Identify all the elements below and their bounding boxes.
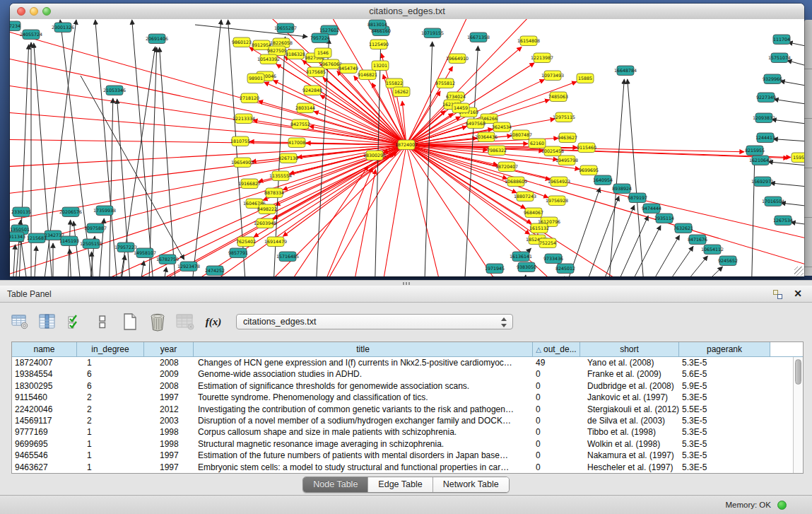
graph-node[interactable]: 12505155 bbox=[80, 239, 102, 249]
cell-pagerank[interactable]: 5.6E-5 bbox=[679, 368, 770, 380]
cell-out_degree[interactable]: 0 bbox=[533, 462, 580, 473]
tab-node-table[interactable]: Node Table bbox=[303, 477, 368, 492]
cell-out_degree[interactable]: 0 bbox=[533, 404, 580, 415]
cell-in_degree[interactable]: 6 bbox=[77, 380, 144, 392]
cell-out_degree[interactable]: 0 bbox=[533, 426, 580, 438]
cell-year[interactable]: 2008 bbox=[144, 357, 194, 368]
cell-title[interactable]: Embryonic stem cells: a model to study s… bbox=[194, 462, 533, 473]
column-header-short[interactable]: short bbox=[580, 342, 679, 356]
cell-in_degree[interactable]: 1 bbox=[77, 438, 144, 450]
graph-node[interactable]: 12093832 bbox=[753, 113, 775, 123]
table-row[interactable]: 911546021997Tourette syndrome. Phenomeno… bbox=[12, 392, 803, 403]
graph-node[interactable]: 3911343 bbox=[10, 232, 25, 242]
cell-pagerank[interactable]: 5.3E-5 bbox=[679, 462, 770, 473]
table-row[interactable]: 977716911998Corpus callosum shape and si… bbox=[12, 426, 803, 438]
cell-year[interactable]: 1997 bbox=[144, 462, 194, 473]
graph-node[interactable]: 1267534 bbox=[773, 216, 793, 226]
graph-node[interactable]: 16262 bbox=[393, 87, 410, 97]
cell-pagerank[interactable]: 5.3E-5 bbox=[679, 438, 770, 450]
graph-node[interactable]: 12213334 bbox=[233, 114, 255, 124]
tab-network-table[interactable]: Network Table bbox=[433, 477, 509, 492]
graph-node[interactable]: 20691406 bbox=[146, 34, 168, 44]
graph-node[interactable]: 10973493 bbox=[541, 71, 564, 81]
cell-title[interactable]: Corpus callosum shape and size in male p… bbox=[194, 426, 533, 438]
graph-node[interactable]: 30975887 bbox=[84, 223, 107, 233]
window-titlebar[interactable]: citations_edges.txt bbox=[10, 4, 804, 20]
graph-node[interactable]: 8427552 bbox=[290, 119, 310, 129]
graph-node[interactable]: 8215955 bbox=[745, 146, 765, 156]
window-resize-grip[interactable] bbox=[794, 267, 804, 276]
graph-node[interactable]: 9860123 bbox=[232, 37, 252, 47]
graph-node[interactable]: 857234 bbox=[10, 21, 20, 31]
toggle-rows-button[interactable] bbox=[93, 313, 112, 331]
table-row[interactable]: 946362711997Embryonic stem cells: a mode… bbox=[12, 462, 803, 473]
graph-node[interactable]: 2935114 bbox=[654, 214, 674, 223]
graph-node[interactable]: 19654923 bbox=[548, 177, 570, 187]
table-row[interactable]: 1872400712008Changes of HCN gene express… bbox=[12, 357, 803, 368]
table-row[interactable]: 1938455462009Genome-wide association stu… bbox=[12, 368, 803, 380]
graph-node[interactable]: 23001326 bbox=[52, 23, 74, 33]
graph-node[interactable]: 1810755 bbox=[230, 136, 250, 146]
cell-name[interactable]: 18724007 bbox=[12, 357, 77, 368]
graph-node[interactable]: 20206576 bbox=[59, 207, 82, 217]
cell-name[interactable]: 9463627 bbox=[12, 462, 77, 473]
cell-year[interactable]: 1998 bbox=[144, 438, 194, 450]
cell-title[interactable]: Genome-wide association studies in ADHD. bbox=[194, 368, 533, 380]
graph-node[interactable]: 9684067 bbox=[524, 208, 543, 218]
graph-node[interactable]: 2474252 bbox=[205, 266, 225, 276]
cell-short[interactable]: Jankovic et al. (1997) bbox=[580, 392, 679, 403]
graph-node[interactable]: 155822 bbox=[386, 78, 403, 88]
cell-title[interactable]: Investigating the contribution of common… bbox=[194, 404, 533, 415]
cell-short[interactable]: Wolkin et al. (1998) bbox=[580, 438, 679, 450]
network-canvas[interactable]: 8572342405572423001326206914062105334610… bbox=[10, 19, 804, 276]
select-columns-button[interactable] bbox=[37, 313, 57, 331]
graph-node[interactable]: 18724007 bbox=[395, 140, 418, 150]
column-header-pagerank[interactable]: pagerank bbox=[679, 342, 770, 356]
cell-short[interactable]: Nakamura et al. (1997) bbox=[580, 450, 679, 461]
graph-node[interactable]: 1971945 bbox=[485, 264, 505, 274]
graph-node[interactable]: 9733436 bbox=[543, 254, 563, 264]
graph-node[interactable]: 17016504 bbox=[762, 197, 784, 206]
cell-out_degree[interactable]: 0 bbox=[533, 380, 580, 392]
graph-node[interactable]: 12603948 bbox=[254, 218, 276, 228]
graph-node[interactable]: 16782759 bbox=[156, 255, 179, 264]
table-row[interactable]: 2242004622012Investigating the contribut… bbox=[12, 404, 803, 415]
graph-node[interactable]: 1145193 bbox=[59, 236, 79, 246]
cell-out_degree[interactable]: 0 bbox=[533, 368, 580, 380]
cell-short[interactable]: de Silva et al. (2003) bbox=[580, 415, 679, 426]
graph-node[interactable]: 15751074 bbox=[768, 53, 791, 63]
graph-node[interactable]: 9827509 bbox=[267, 46, 287, 56]
graph-node[interactable]: 6497568 bbox=[466, 119, 486, 129]
graph-node[interactable]: 9227349 bbox=[756, 93, 776, 103]
graph-node[interactable]: 8454749 bbox=[339, 64, 358, 74]
graph-node[interactable]: 1546 bbox=[314, 48, 331, 58]
graph-node[interactable]: 24055724 bbox=[20, 30, 42, 40]
graph-node[interactable]: 19756928 bbox=[546, 196, 568, 206]
graph-node[interactable]: 417008 bbox=[288, 138, 305, 148]
graph-node[interactable]: 8245012 bbox=[555, 264, 575, 274]
graph-node[interactable]: 9242848 bbox=[302, 86, 322, 95]
close-panel-icon[interactable]: ✕ bbox=[794, 288, 802, 299]
graph-node[interactable]: 3175685 bbox=[306, 67, 326, 77]
graph-node[interactable]: 15716485 bbox=[276, 252, 299, 262]
cell-in_degree[interactable]: 1 bbox=[77, 450, 144, 461]
graph-node[interactable]: 8267130 bbox=[278, 153, 298, 163]
graph-node[interactable]: 12213987 bbox=[531, 53, 553, 63]
cell-name[interactable]: 9699695 bbox=[12, 438, 77, 450]
cell-in_degree[interactable]: 1 bbox=[77, 357, 144, 368]
cell-title[interactable]: Disruption of a novel member of a sodium… bbox=[194, 415, 533, 426]
graph-node[interactable]: 15692971 bbox=[751, 177, 774, 187]
graph-node[interactable]: 10688609 bbox=[505, 177, 527, 187]
column-header-year[interactable]: year bbox=[144, 342, 194, 356]
graph-node[interactable]: 8471676 bbox=[688, 235, 707, 245]
table-row[interactable]: 946554611997Estimation of the future num… bbox=[12, 450, 803, 461]
delete-table-button[interactable] bbox=[148, 313, 167, 331]
scrollbar-thumb[interactable] bbox=[795, 359, 801, 385]
cell-title[interactable]: Estimation of the future numbers of pati… bbox=[194, 450, 533, 461]
cell-pagerank[interactable]: 5.3E-5 bbox=[679, 426, 770, 438]
graph-node[interactable]: 2330135 bbox=[11, 207, 31, 217]
column-header-name[interactable]: name bbox=[12, 342, 77, 356]
graph-node[interactable]: 98901 bbox=[247, 74, 264, 83]
graph-node[interactable]: 21053346 bbox=[103, 86, 126, 95]
graph-node[interactable]: 16648784 bbox=[614, 66, 637, 76]
